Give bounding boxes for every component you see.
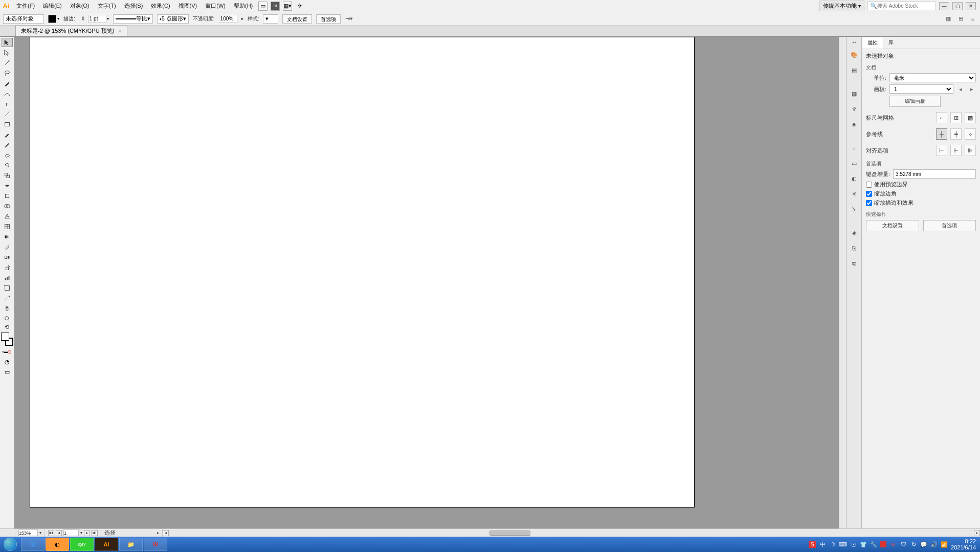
dock-transparency-icon[interactable]: ◐ [849, 173, 859, 184]
menu-type[interactable]: 文字(T) [94, 0, 120, 12]
tray-wps-icon[interactable]: w [889, 541, 897, 548]
guides-show-icon[interactable]: ┼ [936, 128, 947, 140]
tray-sogou-icon[interactable]: S [809, 541, 816, 548]
guides-lock-icon[interactable]: ┿ [950, 128, 962, 140]
tray-clock[interactable]: 8:22 2021/6/14 [951, 538, 976, 550]
stroke-weight-input[interactable] [88, 15, 106, 23]
taskbar-ie[interactable]: ⓔ [21, 538, 44, 551]
tool-direct-select[interactable] [2, 48, 13, 57]
cb-preview-bounds[interactable] [866, 182, 872, 188]
tool-line[interactable] [2, 109, 13, 119]
dock-expand-icon[interactable]: ◂◂ [852, 40, 856, 45]
close-button[interactable]: ✕ [966, 2, 976, 10]
tool-magic-wand[interactable] [2, 58, 13, 68]
tool-graph[interactable] [2, 273, 13, 282]
stroke-profile-dropdown[interactable]: 等比 ▾ [113, 14, 153, 24]
tool-eyedropper[interactable] [2, 242, 13, 252]
menu-window[interactable]: 窗口(W) [201, 0, 230, 12]
tray-wechat-icon[interactable]: 💬 [920, 541, 927, 548]
artboard-dropdown[interactable]: 1 [889, 84, 953, 94]
scroll-left-icon[interactable]: ◂ [163, 530, 169, 536]
unit-dropdown[interactable]: 毫米 [889, 73, 976, 82]
tool-blend[interactable] [2, 253, 13, 262]
fill-stroke-swatches[interactable] [1, 333, 13, 346]
panel-tab-libraries[interactable]: 库 [883, 37, 899, 49]
tool-hand[interactable] [2, 304, 13, 313]
taskbar-explorer[interactable]: 📁 [119, 538, 143, 551]
search-box[interactable]: 🔍 [867, 2, 936, 10]
gpu-icon[interactable]: ✈ [295, 2, 304, 11]
tray-moon-icon[interactable]: ☽ [829, 541, 836, 548]
dock-appearance-icon[interactable]: ☀ [849, 189, 859, 199]
tool-eraser[interactable] [2, 150, 13, 160]
transform-panel-icon[interactable]: ⊞ [956, 15, 965, 23]
tool-lasso[interactable] [2, 69, 13, 78]
selection-info[interactable]: 未选择对象 [3, 14, 44, 24]
taskbar-wps[interactable]: W [144, 538, 167, 551]
menu-edit[interactable]: 编辑(E) [39, 0, 66, 12]
dock-asset-export-icon[interactable]: ⇲ [849, 204, 859, 214]
style-dropdown[interactable]: ▾ [263, 14, 278, 24]
artboard-prev-icon[interactable]: ◂ [956, 85, 965, 93]
cb-scale-corners[interactable] [866, 191, 872, 197]
tool-selection[interactable] [2, 38, 13, 47]
taskbar-app-green[interactable]: iQIY [70, 538, 94, 551]
snap-point-icon[interactable]: ⊢ [936, 145, 947, 156]
align-panel-icon[interactable]: ▦ [944, 15, 952, 23]
tool-curvature[interactable] [2, 89, 13, 98]
color-mode-row[interactable]: ▪▬⦸ [1, 347, 13, 356]
panel-menu-icon[interactable]: ≡ [969, 15, 977, 23]
tray-notif-icon[interactable] [880, 541, 886, 547]
opacity-dropdown-icon[interactable]: ▸ [241, 16, 243, 21]
tray-keyboard-icon[interactable]: ⌨ [839, 541, 847, 548]
dock-swatches-icon[interactable]: ▤ [849, 65, 859, 75]
key-increment-input[interactable] [893, 169, 976, 179]
dock-layers-icon[interactable]: ◈ [849, 228, 859, 238]
brush-dropdown[interactable]: • 5 点圆形 ▾ [157, 14, 189, 24]
dock-symbols-icon[interactable]: ♆ [849, 104, 859, 114]
dock-artboards-icon[interactable]: ⎘ [849, 243, 859, 253]
scroll-right-icon[interactable]: ▸ [974, 530, 980, 536]
tool-shape-builder[interactable] [2, 202, 13, 211]
menu-help[interactable]: 帮助(H) [230, 0, 257, 12]
fill-swatch[interactable] [48, 15, 56, 23]
menu-effect[interactable]: 效果(C) [147, 0, 174, 12]
artboard-last-icon[interactable]: ⏭ [92, 530, 98, 536]
tray-volume-icon[interactable]: 🔊 [930, 541, 938, 548]
prefs-button[interactable]: 首选项 [316, 14, 341, 24]
fill-color-swatch[interactable] [1, 333, 9, 341]
stock-icon[interactable]: St [271, 2, 280, 11]
tool-slice[interactable] [2, 294, 13, 303]
zoom-dropdown-icon[interactable]: ▾ [39, 531, 41, 535]
tray-sync-icon[interactable]: ↻ [910, 541, 917, 548]
arrange-docs-icon[interactable]: ▦▾ [283, 2, 292, 11]
horizontal-scrollbar[interactable]: ◂ ▸ [163, 529, 980, 537]
panel-tab-properties[interactable]: 属性 [862, 37, 883, 49]
canvas-area[interactable] [14, 37, 846, 528]
artboard-prev-nav-icon[interactable]: ◂ [56, 530, 62, 536]
quick-doc-setup-button[interactable]: 文档设置 [866, 220, 919, 231]
dock-graphic-styles-icon[interactable]: ♣ [849, 119, 859, 129]
cloud-docs-icon[interactable]: ▭ [258, 2, 268, 11]
edit-artboards-button[interactable]: 编辑画板 [889, 96, 941, 107]
tool-artboard[interactable] [2, 283, 13, 293]
snap-grid-icon[interactable]: ⊩ [950, 145, 962, 156]
tool-width[interactable] [2, 181, 13, 190]
menu-view[interactable]: 视图(V) [174, 0, 202, 12]
tool-symbol-sprayer[interactable] [2, 263, 13, 272]
tool-pencil[interactable] [2, 140, 13, 149]
taskbar-illustrator[interactable]: Ai [95, 538, 118, 551]
cb-scale-strokes[interactable] [866, 200, 872, 206]
tool-zoom[interactable] [2, 314, 13, 323]
menu-object[interactable]: 对象(O) [66, 0, 94, 12]
tool-paintbrush[interactable] [2, 130, 13, 139]
artboard-first-icon[interactable]: ⏮ [48, 530, 54, 536]
isolate-icon[interactable]: ⇥▾ [345, 15, 353, 23]
draw-mode-icon[interactable]: ◔ [2, 357, 13, 366]
smart-guides-icon[interactable]: ⟡ [965, 128, 976, 140]
artboard-nav-dropdown-icon[interactable]: ▾ [80, 531, 82, 535]
tray-signal-icon[interactable]: 📶 [941, 541, 948, 548]
quick-prefs-button[interactable]: 首选项 [923, 220, 976, 231]
tool-scale[interactable] [2, 171, 13, 180]
tool-perspective[interactable] [2, 212, 13, 221]
